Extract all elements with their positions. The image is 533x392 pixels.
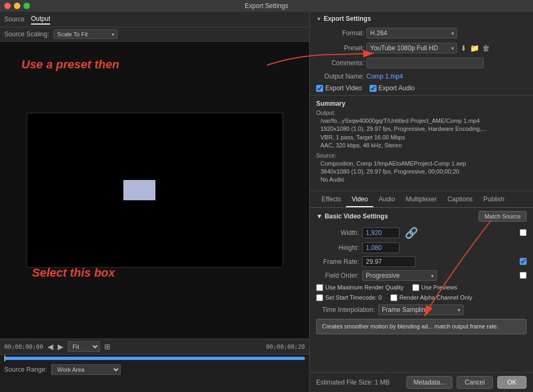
output-name-value[interactable]: Comp 1.mp4 (366, 73, 403, 80)
height-input[interactable] (362, 242, 399, 253)
frame-rate-row: Frame Rate: (310, 255, 533, 269)
render-alpha-checkbox[interactable] (390, 294, 397, 301)
time-interp-select[interactable]: Frame Sampling (378, 304, 464, 315)
frame-rate-checkbox[interactable] (520, 258, 527, 265)
bvs-collapse-icon[interactable]: ▼ (316, 213, 323, 220)
tab-effects[interactable]: Effects (316, 192, 346, 207)
tab-multiplexer[interactable]: Multiplexer (401, 192, 442, 207)
frame-rate-label: Frame Rate: (316, 258, 359, 265)
preset-select[interactable]: YouTube 1080p Full HD (366, 43, 457, 53)
summary-source-val: Composition, Comp 1/tmpAEtoAMEProject-Co… (316, 160, 527, 184)
use-previews-checkbox[interactable] (412, 284, 419, 291)
maximize-button[interactable] (23, 3, 30, 9)
max-render-checkbox[interactable] (316, 284, 323, 291)
ok-button[interactable]: OK (497, 376, 527, 389)
main-layout: Source Output Source Scaling: Scale To F… (0, 12, 533, 392)
source-range-select[interactable]: Work Area (51, 364, 121, 375)
timeline-area: 00;00;00;00 ◀ ▶ Fit ⊞ 00;00;00;20 Source… (0, 339, 309, 392)
collapse-icon[interactable]: ▼ (316, 16, 322, 22)
link-bracket: 🔗 (405, 226, 418, 239)
source-scaling-row: Source Scaling: Scale To Fit (0, 27, 309, 42)
preview-object (123, 180, 155, 200)
summary-title: Summary (316, 100, 527, 107)
timeline-progress (4, 357, 305, 360)
summary-source-key: Source: (316, 152, 527, 159)
preset-delete-icon[interactable]: 🗑 (482, 44, 490, 52)
export-audio-label[interactable]: Export Audio (370, 84, 415, 92)
divider-1 (310, 95, 533, 96)
tab-audio[interactable]: Audio (373, 192, 401, 207)
bvs-header: ▼ Basic Video Settings Match Source (310, 208, 533, 225)
preset-save-icon[interactable]: ⬇ (460, 44, 467, 52)
minimize-button[interactable] (14, 3, 20, 9)
preset-controls: YouTube 1080p Full HD ⬇ 📁 🗑 (366, 43, 490, 53)
source-scaling-label: Source Scaling: (4, 30, 49, 38)
close-button[interactable] (4, 3, 11, 9)
format-row: Format: H.264 (310, 26, 533, 41)
cb-options-row-2: Set Start Timecode: 0 Render Alpha Chann… (310, 293, 533, 303)
output-name-row: Output Name: Comp 1.mp4 (310, 70, 533, 82)
field-order-checkbox[interactable] (520, 272, 527, 279)
timeline-bar[interactable] (4, 357, 305, 360)
summary-output-val: /var/fo...ySxqw40000gq/T/Untitled Projec… (316, 117, 527, 150)
comments-input[interactable] (366, 58, 484, 68)
right-panel: ▼ Export Settings Format: H.264 Preset: … (310, 12, 533, 392)
source-range-row: Source Range: Work Area (0, 362, 309, 377)
match-source-button[interactable]: Match Source (479, 211, 527, 222)
tab-video[interactable]: Video (346, 192, 373, 207)
preview-canvas (27, 113, 283, 268)
tab-output[interactable]: Output (31, 14, 50, 25)
export-video-checkbox[interactable] (316, 85, 323, 92)
fit-select[interactable]: Fit (68, 341, 100, 352)
use-previews-label[interactable]: Use Previews (412, 284, 457, 291)
preset-select-wrapper: YouTube 1080p Full HD (366, 43, 457, 53)
time-interp-label: Time Interpolation: (316, 306, 375, 313)
footer-buttons: Metadata... Cancel OK (406, 376, 527, 389)
preset-row: Preset: YouTube 1080p Full HD ⬇ 📁 🗑 (310, 41, 533, 56)
height-row: Height: (310, 241, 533, 255)
set-start-tc-label[interactable]: Set Start Timecode: 0 (316, 294, 382, 301)
window-title: Export Settings (245, 2, 288, 10)
tab-source[interactable]: Source (4, 14, 25, 24)
frame-rate-input[interactable] (362, 256, 416, 267)
estimated-file-size: Estimated File Size: 1 MB (316, 379, 389, 386)
width-input[interactable] (362, 228, 399, 238)
format-select-wrapper: H.264 (366, 28, 457, 38)
timeline-playhead[interactable] (4, 355, 5, 362)
field-order-select[interactable]: Progressive (362, 270, 437, 281)
export-settings-title: Export Settings (324, 15, 371, 22)
source-scaling-select[interactable]: Scale To Fit (53, 29, 117, 39)
zoom-btn[interactable]: ⊞ (104, 342, 111, 351)
interp-select-wrapper: Frame Sampling (378, 304, 464, 315)
render-alpha-label[interactable]: Render Alpha Channel Only (390, 294, 472, 301)
annotation-checkbox: Select this box (32, 266, 115, 280)
preset-label: Preset: (316, 44, 364, 52)
left-panel: Source Output Source Scaling: Scale To F… (0, 12, 310, 392)
annotation-preset: Use a preset then (21, 58, 119, 72)
field-order-row: Field Order: Progressive (310, 269, 533, 283)
preset-import-icon[interactable]: 📁 (470, 44, 479, 52)
height-label: Height: (316, 244, 359, 252)
play-fwd-btn[interactable]: ▶ (58, 342, 64, 351)
play-back-btn[interactable]: ◀ (48, 342, 53, 351)
timeline-controls: 00;00;00;00 ◀ ▶ Fit ⊞ 00;00;00;20 (0, 339, 309, 355)
set-start-tc-checkbox[interactable] (316, 294, 323, 301)
width-checkbox[interactable] (520, 229, 527, 236)
timecode-start: 00;00;00;00 (4, 343, 43, 350)
field-order-label: Field Order: (316, 272, 359, 279)
tab-captions[interactable]: Captions (442, 192, 478, 207)
width-label: Width: (316, 229, 359, 237)
export-audio-checkbox[interactable] (370, 85, 377, 92)
export-settings-header: ▼ Export Settings (310, 12, 533, 26)
max-render-label[interactable]: Use Maximum Render Quality (316, 284, 404, 291)
metadata-button[interactable]: Metadata... (406, 376, 452, 389)
time-interp-row: Time Interpolation: Frame Sampling (310, 303, 533, 317)
titlebar: Export Settings (0, 0, 533, 12)
export-video-label[interactable]: Export Video (316, 84, 362, 92)
bvs-title: ▼ Basic Video Settings (316, 213, 388, 220)
summary-section: Summary Output: /var/fo...ySxqw40000gq/T… (310, 97, 533, 190)
format-select[interactable]: H.264 (366, 28, 457, 38)
tab-publish[interactable]: Publish (478, 192, 510, 207)
cancel-button[interactable]: Cancel (457, 376, 492, 389)
tab-bar: Source Output (0, 12, 309, 27)
